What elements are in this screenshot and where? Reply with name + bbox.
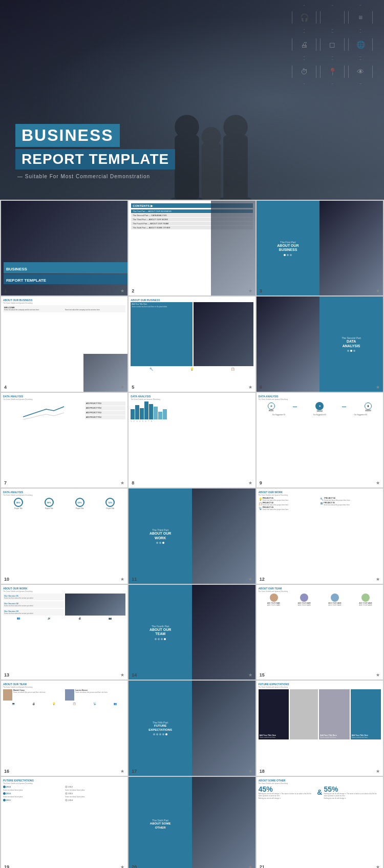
- thumb-10[interactable]: DATA ANALYSIS The Some Subtitle and dyna…: [1, 489, 127, 583]
- thumb-14[interactable]: The Fourth Part ABOUT OURTEAM 14 ★: [129, 585, 255, 680]
- hero-business-label: BUSINESS: [15, 124, 120, 147]
- hex-9: 👁: [348, 59, 373, 84]
- hex-2: [320, 5, 345, 30]
- hex-5: ◻: [320, 32, 345, 57]
- thumb-17[interactable]: The Fifth Part FUTUREEXPECTATIONS 17 ★: [129, 681, 255, 775]
- hero-title-box: BUSINESS REPORT TEMPLATE Suitable For Mo…: [15, 124, 369, 179]
- thumb-20[interactable]: The Sixth Part ABOUT SOMEOTHER 20 ★: [129, 777, 255, 868]
- thumb-21[interactable]: ABOUT SOME OTHER The Some Subtitle and d…: [257, 777, 383, 868]
- thumb-13[interactable]: ABOUT OUR WORK The Some Subtitle and dyn…: [1, 585, 127, 680]
- thumb-6[interactable]: The Second Part DATAANALYSIS 6 ★: [257, 297, 383, 391]
- thumb-7[interactable]: DATA ANALYSIS The Some Subtitle and dyna…: [1, 393, 127, 488]
- thumb-16[interactable]: ABOUT OUR TEAM The Some Subtitle and dyn…: [1, 681, 127, 775]
- thumbnail-grid: BUSINESS REPORT TEMPLATE 1 ★ CONTENTS ▶ …: [0, 200, 384, 868]
- thumb-1[interactable]: BUSINESS REPORT TEMPLATE 1 ★: [1, 201, 127, 295]
- thumb-12[interactable]: ABOUT OUR WORK The Some Subtitle and dyn…: [257, 489, 383, 583]
- hex-1: 🎧: [292, 5, 316, 30]
- thumb-8[interactable]: DATA ANALYSIS The Some Subtitle and dyna…: [129, 393, 255, 488]
- thumb-4[interactable]: ABOUT OUR BUSINESS The Some Subtitle and…: [1, 297, 127, 391]
- hex-3: ≡: [348, 5, 373, 30]
- thumb-19[interactable]: FUTURE EXPECTATIONS The Some Subtitle an…: [1, 777, 127, 868]
- thumb-3[interactable]: The First Part ABOUT OURBUSINESS 3 ★: [257, 201, 383, 295]
- thumb-2[interactable]: CONTENTS ▶ The First Part — ABOUT OUR BU…: [129, 201, 255, 295]
- thumb-9[interactable]: DATA ANALYSIS The Some Subtitle and dyna…: [257, 393, 383, 488]
- hex-8: 📍: [320, 59, 345, 84]
- thumb-11[interactable]: The Third Part ABOUT OURWORK 11 ★: [129, 489, 255, 583]
- thumb-5[interactable]: ABOUT OUR BUSINESS Add Your Title Here S…: [129, 297, 255, 391]
- hex-6: 🌐: [348, 32, 373, 57]
- hero-slide: 🎧 ≡ 🖨 ◻ 🌐 ⏱ 📍 👁 BUSINESS REPORT TEMPLATE: [0, 0, 384, 200]
- thumb-18[interactable]: FUTURE EXPECTATIONS The Some Subtitle an…: [257, 681, 383, 775]
- thumb-15[interactable]: ABOUT OUR TEAM The Some Subtitle and dyn…: [257, 585, 383, 680]
- hero-subtitle: Suitable For Most Commercial Demonstrati…: [15, 174, 369, 179]
- hex-4: 🖨: [292, 32, 316, 57]
- hero-report-label: REPORT TEMPLATE: [15, 149, 175, 170]
